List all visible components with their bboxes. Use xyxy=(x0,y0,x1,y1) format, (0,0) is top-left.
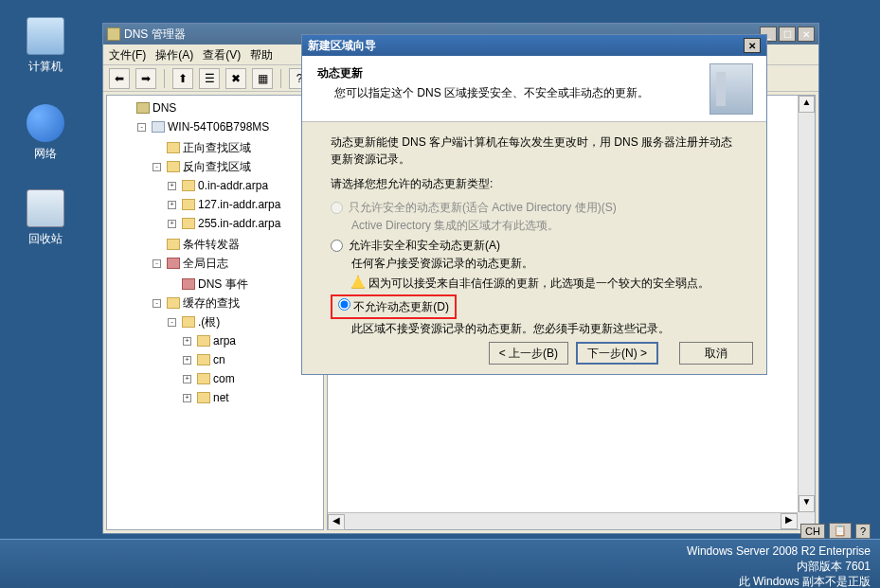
radio-no-dynamic[interactable]: 不允许动态更新(D) xyxy=(331,294,738,319)
folder-icon xyxy=(197,392,210,403)
new-zone-wizard-dialog: 新建区域向导 ✕ 动态更新 您可以指定这个 DNS 区域接受安全、不安全或非动态… xyxy=(301,34,767,375)
folder-icon xyxy=(182,199,195,210)
horizontal-scrollbar[interactable]: ◀ ▶ xyxy=(328,512,798,529)
radio-no-dynamic-label: 不允许动态更新(D) xyxy=(353,300,449,313)
radio-nonsecure-sub2: 因为可以接受来自非信任源的更新，此选项是一个较大的安全弱点。 xyxy=(331,276,738,292)
delete-button[interactable]: ✖ xyxy=(225,68,246,89)
dialog-close-button[interactable]: ✕ xyxy=(744,38,761,53)
scroll-left-icon[interactable]: ◀ xyxy=(328,514,345,530)
expand-icon[interactable]: + xyxy=(183,356,191,365)
radio-secure-only-input xyxy=(331,202,343,214)
dialog-header-desc: 您可以指定这个 DNS 区域接受安全、不安全或非动态的更新。 xyxy=(317,85,751,101)
scroll-down-icon[interactable]: ▼ xyxy=(799,495,815,512)
desktop-icon-label: 计算机 xyxy=(17,59,74,75)
radio-no-dynamic-input[interactable] xyxy=(338,298,350,311)
network-icon xyxy=(27,104,64,142)
tree-rev-zone-item[interactable]: +0.in-addr.arpa xyxy=(168,177,268,194)
watermark-line3: 此 Windows 副本不是正版 xyxy=(687,574,871,588)
folder-icon xyxy=(167,161,180,172)
radio-nonsecure-and-secure[interactable]: 允许非安全和安全动态更新(A) xyxy=(331,238,738,254)
back-button[interactable]: < 上一步(B) xyxy=(489,342,568,365)
lang-help-icon[interactable]: ? xyxy=(855,524,871,539)
collapse-icon[interactable]: - xyxy=(137,123,146,132)
tree-global-logs[interactable]: -全局日志 xyxy=(153,255,228,272)
dialog-prompt-text: 请选择您想允许的动态更新类型: xyxy=(331,175,738,192)
tree-forward-zone[interactable]: 正向查找区域 xyxy=(153,139,251,156)
scroll-up-icon[interactable]: ▲ xyxy=(799,96,815,113)
language-bar[interactable]: CH 📋 ? xyxy=(800,523,871,539)
tree-server[interactable]: -WIN-54T06B798MS xyxy=(137,118,269,135)
up-button[interactable]: ⬆ xyxy=(172,68,193,89)
close-button[interactable]: ✕ xyxy=(798,27,815,42)
folder-icon xyxy=(167,142,180,153)
dialog-title: 新建区域向导 xyxy=(308,38,744,54)
menu-help[interactable]: 帮助 xyxy=(250,47,273,62)
tree-cached-lookups[interactable]: -缓存的查找 xyxy=(153,294,240,312)
tree-rev-zone-item[interactable]: +255.in-addr.arpa xyxy=(168,215,280,232)
collapse-icon[interactable]: - xyxy=(153,259,161,268)
menu-view[interactable]: 查看(V) xyxy=(203,47,241,62)
tree-root-item[interactable]: +com xyxy=(183,370,235,387)
properties-button[interactable]: ▦ xyxy=(252,68,273,89)
server-icon xyxy=(152,121,165,133)
nav-back-button[interactable]: ⬅ xyxy=(109,68,130,89)
scroll-right-icon[interactable]: ▶ xyxy=(781,513,798,529)
tree-conditional-forwarders[interactable]: 条件转发器 xyxy=(153,236,240,253)
app-icon xyxy=(107,27,120,41)
desktop-icon-network[interactable]: 网络 xyxy=(17,104,74,162)
collapse-icon[interactable]: - xyxy=(153,163,161,171)
tree-root[interactable]: -.(根) xyxy=(168,313,220,330)
folder-icon xyxy=(167,297,180,309)
maximize-button[interactable]: ☐ xyxy=(779,27,796,42)
vertical-scrollbar[interactable]: ▲ ▼ xyxy=(798,96,815,512)
dialog-titlebar[interactable]: 新建区域向导 ✕ xyxy=(302,35,766,56)
desktop-icon-computer[interactable]: 计算机 xyxy=(17,17,74,75)
expand-icon[interactable]: + xyxy=(183,375,191,383)
radio-nonsecure-input[interactable] xyxy=(331,240,343,252)
menu-file[interactable]: 文件(F) xyxy=(109,47,146,62)
tree-root-item[interactable]: +arpa xyxy=(183,332,236,349)
radio-secure-only: 只允许安全的动态更新(适合 Active Directory 使用)(S) xyxy=(331,200,738,216)
tree-root-item[interactable]: +net xyxy=(183,389,229,406)
expand-icon[interactable]: + xyxy=(168,201,176,209)
nav-forward-button[interactable]: ➡ xyxy=(135,68,156,89)
lang-options-icon[interactable]: 📋 xyxy=(829,523,852,539)
tree-dns-root[interactable]: DNS xyxy=(122,99,176,116)
server-graphic-icon xyxy=(709,63,753,115)
folder-icon xyxy=(197,354,210,365)
collapse-icon[interactable]: - xyxy=(153,299,161,308)
dialog-body: 动态更新能使 DNS 客户端计算机在每次发生更改时，用 DNS 服务器注册并动态… xyxy=(302,122,766,348)
menu-action[interactable]: 操作(A) xyxy=(155,47,193,62)
desktop-icon-recycle[interactable]: 回收站 xyxy=(17,189,74,247)
expand-icon[interactable]: + xyxy=(183,337,191,346)
tree-reverse-zone[interactable]: -反向查找区域 xyxy=(153,158,251,175)
collapse-icon[interactable]: - xyxy=(168,318,176,327)
dialog-footer: < 上一步(B) 下一步(N) > 取消 xyxy=(489,342,753,365)
tree-rev-zone-item[interactable]: +127.in-addr.arpa xyxy=(168,196,280,213)
expand-icon[interactable]: + xyxy=(168,220,176,228)
computer-icon xyxy=(27,17,64,55)
folder-icon xyxy=(167,239,180,250)
next-button[interactable]: 下一步(N) > xyxy=(576,342,658,365)
radio-secure-only-label: 只允许安全的动态更新(适合 Active Directory 使用)(S) xyxy=(349,200,617,216)
activation-watermark: Windows Server 2008 R2 Enterprise 内部版本 7… xyxy=(687,543,871,588)
log-icon xyxy=(167,258,180,269)
folder-icon xyxy=(197,373,210,384)
tree-root-item[interactable]: +cn xyxy=(183,351,225,368)
lang-indicator[interactable]: CH xyxy=(800,524,825,539)
radio-no-dynamic-sub: 此区域不接受资源记录的动态更新。您必须手动更新这些记录。 xyxy=(331,321,738,337)
dialog-header: 动态更新 您可以指定这个 DNS 区域接受安全、不安全或非动态的更新。 xyxy=(302,56,766,122)
dns-icon xyxy=(136,102,150,114)
recycle-bin-icon xyxy=(27,189,64,227)
taskbar[interactable]: Windows Server 2008 R2 Enterprise 内部版本 7… xyxy=(0,539,880,588)
show-hide-button[interactable]: ☰ xyxy=(199,68,220,89)
watermark-line1: Windows Server 2008 R2 Enterprise xyxy=(687,543,871,559)
tree-pane[interactable]: DNS -WIN-54T06B798MS 正向查找区域 -反向查找区域 +0.i… xyxy=(106,95,324,530)
expand-icon[interactable]: + xyxy=(183,394,191,402)
tree-dns-events[interactable]: DNS 事件 xyxy=(168,276,248,293)
dialog-header-title: 动态更新 xyxy=(317,65,751,81)
cancel-button[interactable]: 取消 xyxy=(679,342,753,365)
radio-nonsecure-sub1: 任何客户接受资源记录的动态更新。 xyxy=(331,256,738,272)
desktop-icon-label: 网络 xyxy=(17,146,74,162)
expand-icon[interactable]: + xyxy=(168,182,176,190)
